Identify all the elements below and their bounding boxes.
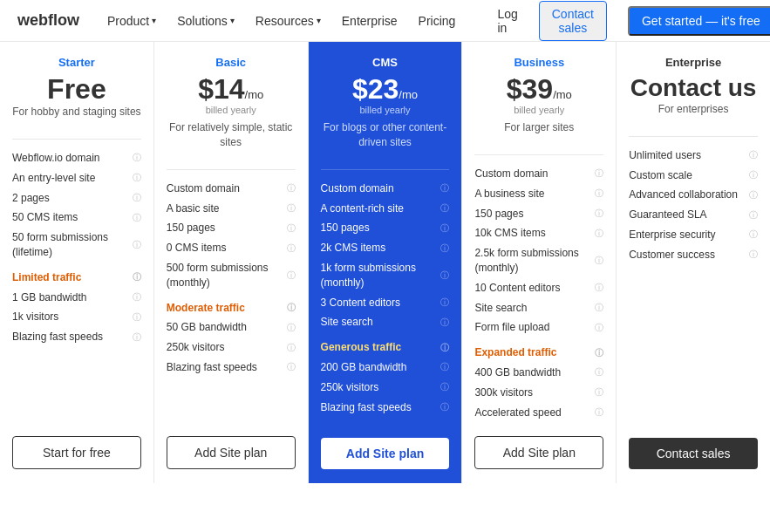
feature-item: 50 form submissions (lifetime) ⓘ <box>12 228 141 263</box>
feature-text: 50 GB bandwidth <box>167 320 247 335</box>
feature-text: Custom domain <box>474 167 548 181</box>
navbar: webflow Product ▾ Solutions ▾ Resources … <box>0 0 770 42</box>
info-icon[interactable]: ⓘ <box>133 331 141 344</box>
feature-text: An entry-level site <box>12 171 95 186</box>
divider <box>12 139 141 140</box>
divider <box>629 136 758 137</box>
info-icon[interactable]: ⓘ <box>595 347 603 359</box>
info-icon[interactable]: ⓘ <box>595 322 603 334</box>
info-icon[interactable]: ⓘ <box>749 228 758 241</box>
plan-price-basic: $14/mo <box>167 74 296 105</box>
info-icon[interactable]: ⓘ <box>133 271 141 283</box>
info-icon[interactable]: ⓘ <box>133 311 141 324</box>
feature-text: Enterprise security <box>629 228 715 242</box>
info-icon[interactable]: ⓘ <box>440 317 449 329</box>
info-icon[interactable]: ⓘ <box>595 406 603 419</box>
feature-text: Guaranteed SLA <box>629 208 706 222</box>
feature-item: 200 GB bandwidth ⓘ <box>321 358 450 378</box>
plan-cta-button-business[interactable]: Add Site plan <box>474 436 603 469</box>
pricing-table: StarterFreeFor hobby and staging sites W… <box>0 42 770 483</box>
info-icon[interactable]: ⓘ <box>440 269 449 282</box>
info-icon[interactable]: ⓘ <box>440 222 449 235</box>
nav-product-label: Product <box>107 14 149 28</box>
nav-product[interactable]: Product ▾ <box>107 14 156 28</box>
info-icon[interactable]: ⓘ <box>595 167 603 180</box>
info-icon[interactable]: ⓘ <box>287 242 296 255</box>
contact-sales-button[interactable]: Contact sales <box>539 1 607 41</box>
feature-item: Form file upload ⓘ <box>474 317 603 338</box>
info-icon[interactable]: ⓘ <box>749 209 758 222</box>
feature-text: 150 pages <box>167 221 215 235</box>
logo[interactable]: webflow <box>17 11 79 30</box>
plan-cta-button-cms[interactable]: Add Site plan <box>321 438 450 469</box>
info-icon[interactable]: ⓘ <box>749 149 758 161</box>
info-icon[interactable]: ⓘ <box>440 297 449 309</box>
plan-cta-button-basic[interactable]: Add Site plan <box>167 436 296 469</box>
info-icon[interactable]: ⓘ <box>595 228 603 240</box>
info-icon[interactable]: ⓘ <box>440 182 449 194</box>
info-icon[interactable]: ⓘ <box>440 381 449 393</box>
feature-item: Expanded traffic ⓘ <box>474 343 603 363</box>
feature-item: A content-rich site ⓘ <box>321 199 450 219</box>
feature-item: Custom scale ⓘ <box>629 166 758 186</box>
feature-item: Unlimited users ⓘ <box>629 146 758 166</box>
feature-text: 50 form submissions (lifetime) <box>12 230 129 260</box>
feature-text: 10 Content editors <box>474 281 560 296</box>
info-icon[interactable]: ⓘ <box>287 182 296 194</box>
info-icon[interactable]: ⓘ <box>287 202 296 215</box>
login-link[interactable]: Log in <box>497 7 517 35</box>
info-icon[interactable]: ⓘ <box>287 322 296 334</box>
feature-text: Blazing fast speeds <box>167 360 257 375</box>
feature-item: 2.5k form submissions (monthly) ⓘ <box>474 243 603 278</box>
feature-item: 50 CMS items ⓘ <box>12 208 141 228</box>
feature-item: 0 CMS items ⓘ <box>167 238 296 258</box>
info-icon[interactable]: ⓘ <box>595 386 603 399</box>
info-icon[interactable]: ⓘ <box>133 291 141 304</box>
info-icon[interactable]: ⓘ <box>440 242 449 255</box>
info-icon[interactable]: ⓘ <box>287 342 296 354</box>
info-icon[interactable]: ⓘ <box>287 302 296 314</box>
feature-item: 150 pages ⓘ <box>321 218 450 238</box>
info-icon[interactable]: ⓘ <box>749 249 758 261</box>
plan-cta-button-enterprise[interactable]: Contact sales <box>629 438 758 469</box>
info-icon[interactable]: ⓘ <box>595 208 603 220</box>
info-icon[interactable]: ⓘ <box>749 169 758 181</box>
feature-item: Blazing fast speeds ⓘ <box>321 398 450 418</box>
nav-pricing[interactable]: Pricing <box>419 14 456 28</box>
feature-text: 250k visitors <box>167 340 225 355</box>
nav-enterprise[interactable]: Enterprise <box>342 14 398 28</box>
nav-resources[interactable]: Resources ▾ <box>256 14 321 28</box>
info-icon[interactable]: ⓘ <box>287 222 296 235</box>
plan-cta-button-starter[interactable]: Start for free <box>12 436 141 469</box>
info-icon[interactable]: ⓘ <box>440 361 449 373</box>
info-icon[interactable]: ⓘ <box>133 212 141 224</box>
feature-item: Custom domain ⓘ <box>321 179 450 199</box>
info-icon[interactable]: ⓘ <box>133 172 141 184</box>
plan-desc-business: For larger sites <box>474 120 603 135</box>
plan-price-enterprise: Contact us <box>629 74 758 102</box>
info-icon[interactable]: ⓘ <box>440 342 449 354</box>
info-icon[interactable]: ⓘ <box>133 239 141 251</box>
info-icon[interactable]: ⓘ <box>287 361 296 373</box>
feature-text: 50 CMS items <box>12 210 78 225</box>
nav-solutions[interactable]: Solutions ▾ <box>177 14 235 28</box>
plan-name-business: Business <box>474 56 603 69</box>
info-icon[interactable]: ⓘ <box>595 188 603 200</box>
info-icon[interactable]: ⓘ <box>440 401 449 413</box>
info-icon[interactable]: ⓘ <box>133 192 141 204</box>
feature-text: 0 CMS items <box>167 241 227 256</box>
feature-item: A basic site ⓘ <box>167 199 296 219</box>
info-icon[interactable]: ⓘ <box>595 366 603 379</box>
info-icon[interactable]: ⓘ <box>440 202 449 215</box>
info-icon[interactable]: ⓘ <box>595 255 603 267</box>
info-icon[interactable]: ⓘ <box>287 269 296 282</box>
info-icon[interactable]: ⓘ <box>133 152 141 164</box>
feature-text: Blazing fast speeds <box>12 330 103 344</box>
info-icon[interactable]: ⓘ <box>595 302 603 314</box>
feature-text: Expanded traffic <box>474 345 556 360</box>
info-icon[interactable]: ⓘ <box>749 189 758 201</box>
plan-desc-basic: For relatively simple, static sites <box>167 120 296 150</box>
get-started-button[interactable]: Get started — it's free <box>628 6 770 36</box>
info-icon[interactable]: ⓘ <box>595 282 603 294</box>
feature-text: 300k visitors <box>474 385 533 400</box>
